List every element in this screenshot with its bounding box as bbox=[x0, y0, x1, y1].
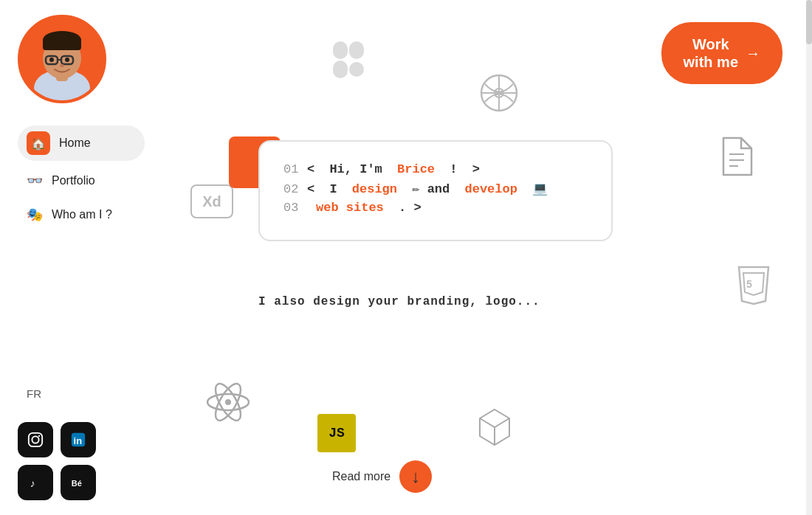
read-more-label: Read more bbox=[332, 470, 390, 483]
nav-item-portfolio[interactable]: 👓 Portfolio bbox=[18, 167, 145, 195]
code-line-2: 02 < I design ✏ and develop 💻 bbox=[283, 181, 588, 196]
svg-point-11 bbox=[60, 64, 64, 67]
behance-icon: Bé bbox=[70, 474, 86, 491]
main-content: Work with me → Xd bbox=[162, 0, 812, 515]
svg-point-13 bbox=[32, 436, 38, 443]
work-with-me-button[interactable]: Work with me → bbox=[661, 22, 782, 84]
sidebar: 🏠 Home 👓 Portfolio 🎭 Who am I ? FR in bbox=[0, 0, 162, 515]
nav-item-home[interactable]: 🏠 Home bbox=[18, 125, 145, 161]
avatar-image bbox=[21, 18, 103, 100]
svg-text:Bé: Bé bbox=[72, 479, 82, 488]
work-btn-line1: Work bbox=[692, 36, 729, 52]
tiktok-icon: ♪ bbox=[27, 474, 44, 491]
svg-point-35 bbox=[225, 399, 231, 405]
read-more-section[interactable]: Read more ↓ bbox=[332, 460, 432, 493]
home-icon: 🏠 bbox=[27, 131, 50, 155]
line-num-1: 01 bbox=[283, 162, 300, 176]
svg-rect-12 bbox=[29, 433, 42, 446]
work-btn-line2: with me bbox=[684, 54, 738, 70]
scrollbar[interactable] bbox=[806, 0, 812, 515]
svg-point-14 bbox=[38, 435, 40, 437]
social-links: in ♪ Bé bbox=[18, 422, 96, 500]
html5-icon: 5 bbox=[736, 266, 771, 314]
svg-text:♪: ♪ bbox=[30, 478, 35, 489]
portfolio-icon: 👓 bbox=[27, 173, 43, 189]
code-line-1: 01 < Hi, I'm Brice ! > bbox=[283, 162, 588, 176]
figma-icon bbox=[332, 41, 365, 87]
subtitle-text: I also design your branding, logo... bbox=[258, 295, 540, 308]
line-num-3: 03 bbox=[283, 201, 300, 215]
work-btn-arrow: → bbox=[746, 44, 760, 62]
svg-rect-21 bbox=[333, 61, 348, 78]
nav: 🏠 Home 👓 Portfolio 🎭 Who am I ? bbox=[18, 125, 145, 229]
svg-rect-19 bbox=[333, 41, 348, 59]
code-card: 01 < Hi, I'm Brice ! > 02 < I design ✏ a… bbox=[258, 140, 613, 241]
adobe-xd-icon: Xd bbox=[190, 184, 233, 218]
wordpress-icon bbox=[480, 74, 518, 120]
whoami-icon: 🎭 bbox=[27, 207, 43, 223]
file-icon bbox=[720, 136, 753, 179]
svg-text:5: 5 bbox=[746, 278, 752, 290]
language-switcher[interactable]: FR bbox=[27, 387, 41, 400]
line-num-2: 02 bbox=[283, 182, 300, 196]
javascript-icon: JS bbox=[317, 414, 356, 452]
read-more-button[interactable]: ↓ bbox=[399, 460, 432, 493]
nav-item-whoami[interactable]: 🎭 Who am I ? bbox=[18, 201, 145, 229]
laravel-icon bbox=[472, 407, 515, 452]
svg-rect-5 bbox=[43, 38, 81, 50]
svg-point-22 bbox=[349, 62, 364, 77]
nav-whoami-label: Who am I ? bbox=[52, 208, 112, 221]
down-arrow-icon: ↓ bbox=[411, 466, 420, 487]
avatar bbox=[18, 15, 106, 103]
instagram-link[interactable] bbox=[18, 422, 53, 457]
instagram-icon bbox=[27, 432, 44, 448]
svg-rect-20 bbox=[349, 41, 364, 59]
work-btn-text: Work with me bbox=[684, 35, 738, 71]
svg-point-9 bbox=[49, 58, 54, 62]
nav-portfolio-label: Portfolio bbox=[52, 174, 95, 187]
scrollbar-thumb bbox=[806, 0, 812, 44]
tiktok-link[interactable]: ♪ bbox=[18, 465, 53, 500]
behance-link[interactable]: Bé bbox=[61, 465, 96, 500]
linkedin-link[interactable]: in bbox=[61, 422, 96, 457]
svg-text:in: in bbox=[74, 435, 83, 446]
svg-point-10 bbox=[65, 58, 69, 62]
code-line-3: 03 web sites . > bbox=[283, 201, 588, 215]
react-icon bbox=[207, 381, 250, 426]
nav-home-label: Home bbox=[59, 136, 91, 150]
linkedin-icon: in bbox=[70, 432, 86, 448]
